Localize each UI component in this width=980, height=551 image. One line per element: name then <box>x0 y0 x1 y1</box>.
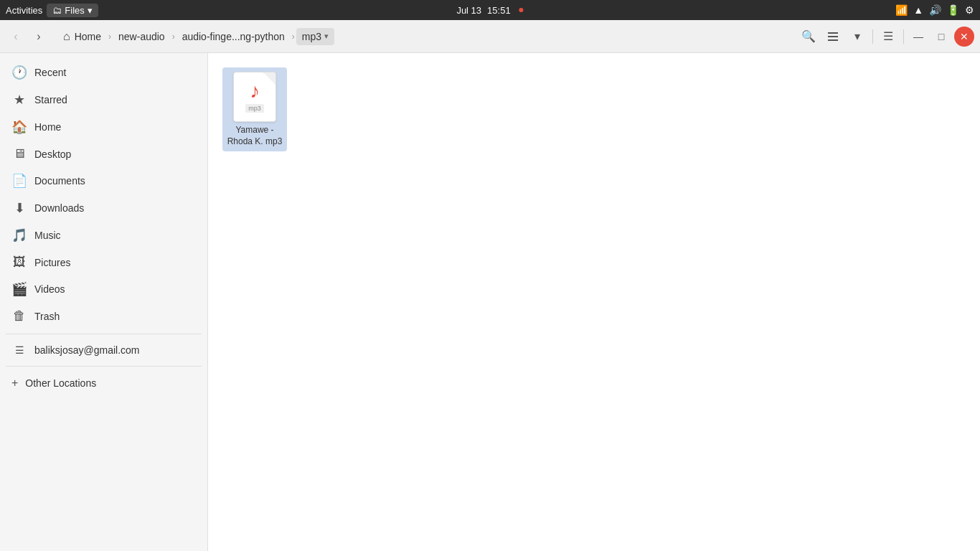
svg-rect-2 <box>828 39 838 41</box>
trash-label: Trash <box>34 311 60 322</box>
breadcrumb-mp3[interactable]: mp3 ▾ <box>296 28 334 45</box>
breadcrumb-new-audio[interactable]: new-audio <box>113 28 171 45</box>
file-item-mp3[interactable]: ♪ mp3 Yamawe - Rhoda K. mp3 <box>222 67 287 151</box>
search-button[interactable]: 🔍 <box>798 26 819 47</box>
files-label: Files <box>65 5 84 16</box>
home-label: Home <box>34 121 61 133</box>
breadcrumb-mp3-label: mp3 <box>302 31 321 42</box>
files-dropdown-icon: ▾ <box>88 5 93 16</box>
other-locations-icon: + <box>11 377 18 390</box>
file-name: Yamawe - Rhoda K. mp3 <box>227 125 283 147</box>
breadcrumb-dropdown-icon: ▾ <box>324 32 329 41</box>
network-label: baliksjosay@gmail.com <box>34 344 139 356</box>
sidebar-item-home[interactable]: 🏠 Home <box>0 113 207 141</box>
view-dropdown-button[interactable]: ▾ <box>847 26 868 47</box>
sidebar-item-starred[interactable]: ★ Starred <box>0 86 207 113</box>
sidebar-item-desktop[interactable]: 🖥 Desktop <box>0 141 207 167</box>
downloads-label: Downloads <box>34 202 84 214</box>
notification-dot <box>519 8 524 12</box>
volume-icon[interactable]: 🔊 <box>929 4 941 16</box>
topbar-center: Jul 13 15:51 <box>456 5 523 16</box>
menu-button[interactable]: ☰ <box>877 26 899 47</box>
topbar-time: 15:51 <box>487 5 511 16</box>
breadcrumb-sep-3: › <box>292 32 295 42</box>
sidebar-divider-2 <box>6 366 202 367</box>
desktop-label: Desktop <box>34 149 71 160</box>
minimize-button[interactable]: — <box>908 27 928 47</box>
breadcrumb-home-label: Home <box>75 31 101 42</box>
home-icon: 🏠 <box>11 119 27 135</box>
videos-icon: 🎬 <box>11 281 27 297</box>
settings-icon[interactable]: ⚙ <box>965 4 974 16</box>
topbar: Activities 🗂 Files ▾ Jul 13 15:51 📶 ▲ 🔊 … <box>0 0 980 20</box>
sidebar-item-trash[interactable]: 🗑 Trash <box>0 303 207 329</box>
videos-label: Videos <box>34 283 65 295</box>
breadcrumb-bar: ⌂ Home › new-audio › audio-finge...ng-py… <box>57 27 789 46</box>
starred-label: Starred <box>34 94 67 105</box>
recent-icon: 🕐 <box>11 65 27 80</box>
sidebar-item-pictures[interactable]: 🖼 Pictures <box>0 249 207 276</box>
back-button[interactable]: ‹ <box>6 27 26 47</box>
starred-icon: ★ <box>11 92 27 108</box>
sidebar-item-network[interactable]: ☰ baliksjosay@gmail.com <box>0 339 207 362</box>
sidebar-item-downloads[interactable]: ⬇ Downloads <box>0 194 207 222</box>
topbar-left: Activities 🗂 Files ▾ <box>6 4 98 17</box>
content-area: ♪ mp3 Yamawe - Rhoda K. mp3 <box>208 53 980 551</box>
fm-toolbar: ‹ › ⌂ Home › new-audio › audio-finge...n… <box>0 20 980 53</box>
maximize-button[interactable]: □ <box>931 27 951 47</box>
topbar-right: 📶 ▲ 🔊 🔋 ⚙ <box>895 4 974 16</box>
home-breadcrumb-icon: ⌂ <box>63 30 70 43</box>
toolbar-right: 🔍 ▾ ☰ — □ ✕ <box>798 26 974 47</box>
file-manager-window: ‹ › ⌂ Home › new-audio › audio-finge...n… <box>0 20 980 551</box>
music-label: Music <box>34 230 61 241</box>
fm-main: 🕐 Recent ★ Starred 🏠 Home 🖥 Desktop 📄 Do… <box>0 53 980 551</box>
breadcrumb-sep-2: › <box>172 32 175 42</box>
activities-button[interactable]: Activities <box>6 5 42 16</box>
pictures-icon: 🖼 <box>11 255 27 270</box>
svg-rect-0 <box>828 32 838 34</box>
pictures-label: Pictures <box>34 257 71 268</box>
downloads-icon: ⬇ <box>11 200 27 216</box>
sidebar-item-documents[interactable]: 📄 Documents <box>0 167 207 194</box>
wifi-icon[interactable]: ▲ <box>913 4 923 16</box>
other-locations-label: Other Locations <box>25 377 96 389</box>
forward-button[interactable]: › <box>29 27 49 47</box>
sidebar-item-music[interactable]: 🎵 Music <box>0 222 207 249</box>
files-icon: 🗂 <box>52 5 62 16</box>
mp3-file-icon: ♪ mp3 <box>233 72 276 122</box>
documents-label: Documents <box>34 175 85 187</box>
sidebar: 🕐 Recent ★ Starred 🏠 Home 🖥 Desktop 📄 Do… <box>0 53 208 551</box>
network-drive-icon: ☰ <box>11 344 27 356</box>
breadcrumb-sep-1: › <box>108 32 111 42</box>
breadcrumb-audio-finge-label: audio-finge...ng-python <box>182 31 285 42</box>
breadcrumb-home[interactable]: ⌂ Home <box>57 27 107 46</box>
sidebar-item-videos[interactable]: 🎬 Videos <box>0 276 207 303</box>
topbar-date: Jul 13 <box>456 5 481 16</box>
svg-rect-1 <box>828 36 838 37</box>
battery-icon[interactable]: 🔋 <box>947 4 959 16</box>
sidebar-item-other-locations[interactable]: + Other Locations <box>0 371 207 395</box>
list-view-icon <box>827 31 839 42</box>
trash-icon: 🗑 <box>11 309 27 324</box>
recent-label: Recent <box>34 67 66 78</box>
music-note-icon: ♪ <box>250 81 260 101</box>
toolbar-separator <box>872 29 873 44</box>
breadcrumb-audio-finge[interactable]: audio-finge...ng-python <box>176 28 291 45</box>
sidebar-item-recent[interactable]: 🕐 Recent <box>0 59 207 86</box>
desktop-icon: 🖥 <box>11 146 27 161</box>
network-icon[interactable]: 📶 <box>895 4 908 16</box>
documents-icon: 📄 <box>11 173 27 189</box>
toolbar-separator-2 <box>903 29 904 44</box>
sidebar-divider <box>6 334 202 334</box>
files-button[interactable]: 🗂 Files ▾ <box>47 4 98 17</box>
view-list-button[interactable] <box>822 26 844 47</box>
close-button[interactable]: ✕ <box>954 27 974 47</box>
music-icon: 🎵 <box>11 227 27 243</box>
breadcrumb-new-audio-label: new-audio <box>118 31 165 42</box>
mp3-tag: mp3 <box>245 104 264 113</box>
